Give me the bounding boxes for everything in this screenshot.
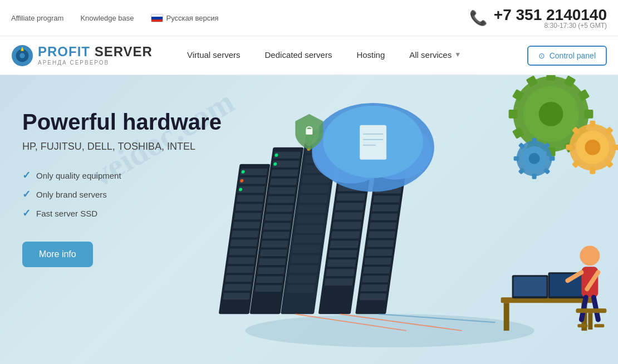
svg-rect-77 bbox=[325, 278, 354, 286]
logo-profit: PROFIT bbox=[38, 44, 90, 59]
check-icon-1: ✓ bbox=[22, 169, 31, 181]
svg-rect-89 bbox=[367, 240, 394, 247]
svg-rect-116 bbox=[550, 274, 586, 296]
svg-point-155 bbox=[529, 153, 540, 164]
affiliate-link[interactable]: Affiliate program bbox=[11, 14, 63, 22]
svg-rect-75 bbox=[327, 259, 356, 267]
hero-title: Powerful hardware bbox=[22, 109, 245, 135]
svg-rect-90 bbox=[366, 249, 393, 255]
control-panel-label: Control panel bbox=[550, 51, 596, 60]
svg-rect-147 bbox=[612, 145, 618, 150]
feature-label-3: Fast server SSD bbox=[36, 209, 97, 218]
svg-rect-71 bbox=[332, 222, 361, 229]
svg-rect-76 bbox=[326, 269, 355, 276]
svg-rect-31 bbox=[266, 205, 293, 212]
svg-rect-17 bbox=[227, 266, 254, 273]
svg-rect-85 bbox=[372, 205, 399, 211]
svg-rect-87 bbox=[370, 222, 397, 229]
virtual-servers-nav[interactable]: Virtual servers bbox=[175, 36, 253, 75]
svg-rect-20 bbox=[223, 293, 250, 299]
svg-rect-88 bbox=[368, 231, 395, 238]
check-icon-3: ✓ bbox=[22, 207, 31, 219]
hero-content: Powerful hardware HP, FUJITSU, DELL, TOS… bbox=[22, 109, 245, 267]
svg-rect-106 bbox=[306, 129, 312, 135]
svg-rect-55 bbox=[292, 245, 321, 253]
logo-server: SERVER bbox=[90, 44, 153, 59]
logo-sub: АРЕНДА СЕРВЕРОВ bbox=[38, 60, 153, 66]
svg-rect-160 bbox=[532, 174, 537, 179]
logo[interactable]: PROFIT SERVER АРЕНДА СЕРВЕРОВ bbox=[11, 45, 153, 67]
svg-point-129 bbox=[539, 102, 563, 126]
feature-label-1: Only quality equipment bbox=[36, 171, 121, 180]
svg-rect-126 bbox=[594, 324, 604, 327]
svg-rect-37 bbox=[259, 258, 286, 265]
svg-rect-29 bbox=[269, 188, 296, 194]
svg-point-144 bbox=[585, 140, 600, 155]
main-nav: Virtual servers Dedicated servers Hostin… bbox=[175, 36, 527, 75]
svg-rect-156 bbox=[532, 138, 537, 144]
hero-subtitle: HP, FUJITSU, DELL, TOSHIBA, INTEL bbox=[22, 141, 245, 153]
top-bar: Affiliate program Knowledge base Русская… bbox=[0, 0, 618, 36]
svg-rect-51 bbox=[298, 205, 327, 213]
svg-rect-35 bbox=[261, 240, 288, 247]
svg-rect-91 bbox=[365, 258, 392, 264]
svg-point-4 bbox=[246, 314, 534, 347]
svg-rect-84 bbox=[373, 196, 400, 203]
svg-rect-19 bbox=[224, 284, 252, 291]
hero-section: veidoc.com Powerful hardware HP, FUJITSU… bbox=[0, 75, 618, 364]
hero-illustration bbox=[184, 75, 618, 364]
chevron-down-icon: ▼ bbox=[454, 51, 461, 58]
feature-label-2: Only brand servers bbox=[36, 190, 107, 199]
svg-rect-56 bbox=[291, 255, 320, 263]
svg-rect-74 bbox=[328, 250, 357, 257]
svg-rect-32 bbox=[265, 214, 292, 221]
knowledge-link[interactable]: Knowledge base bbox=[80, 14, 134, 22]
svg-rect-162 bbox=[514, 156, 519, 161]
svg-rect-36 bbox=[260, 249, 287, 256]
svg-rect-57 bbox=[289, 265, 318, 273]
svg-rect-151 bbox=[566, 145, 572, 150]
all-services-nav[interactable]: All services ▼ bbox=[397, 36, 473, 75]
svg-rect-72 bbox=[331, 231, 360, 238]
svg-rect-111 bbox=[504, 303, 509, 331]
feature-item-3: ✓ Fast server SSD bbox=[22, 207, 245, 219]
svg-rect-124 bbox=[588, 313, 592, 329]
svg-rect-53 bbox=[295, 225, 324, 233]
svg-rect-34 bbox=[262, 232, 290, 238]
dedicated-servers-nav[interactable]: Dedicated servers bbox=[253, 36, 345, 75]
svg-rect-18 bbox=[225, 275, 253, 282]
control-panel-button[interactable]: ⊙ Control panel bbox=[527, 46, 607, 66]
all-services-label: All services bbox=[409, 50, 452, 60]
logo-text: PROFIT SERVER АРЕНДА СЕРВЕРОВ bbox=[38, 45, 153, 66]
svg-rect-145 bbox=[590, 121, 595, 127]
svg-rect-39 bbox=[256, 276, 283, 283]
svg-rect-130 bbox=[547, 75, 556, 81]
logo-name: PROFIT SERVER bbox=[38, 45, 153, 58]
svg-rect-93 bbox=[362, 276, 389, 282]
svg-rect-40 bbox=[255, 285, 282, 292]
svg-rect-38 bbox=[257, 267, 285, 274]
ru-label: Русская версия bbox=[166, 14, 219, 22]
control-panel-icon: ⊙ bbox=[538, 51, 545, 60]
svg-rect-50 bbox=[299, 195, 328, 203]
hero-svg-scene bbox=[184, 75, 618, 364]
svg-rect-28 bbox=[270, 179, 297, 185]
feature-item-1: ✓ Only quality equipment bbox=[22, 169, 245, 181]
svg-rect-27 bbox=[271, 170, 298, 176]
svg-rect-123 bbox=[576, 308, 606, 313]
logo-disc-icon bbox=[11, 45, 33, 67]
svg-rect-69 bbox=[335, 203, 364, 210]
more-info-button[interactable]: More info bbox=[22, 242, 93, 267]
phone-icon: 📞 bbox=[469, 9, 487, 27]
top-bar-left: Affiliate program Knowledge base Русская… bbox=[11, 14, 218, 22]
russia-flag-icon bbox=[151, 14, 163, 22]
svg-point-2 bbox=[19, 53, 25, 58]
nav-bar: PROFIT SERVER АРЕНДА СЕРВЕРОВ Virtual se… bbox=[0, 36, 618, 75]
svg-rect-49 bbox=[301, 185, 330, 193]
hosting-nav[interactable]: Hosting bbox=[344, 36, 397, 75]
svg-rect-92 bbox=[363, 267, 390, 273]
language-switcher[interactable]: Русская версия bbox=[151, 14, 219, 22]
svg-rect-95 bbox=[360, 293, 387, 300]
svg-rect-70 bbox=[334, 213, 363, 220]
svg-rect-33 bbox=[264, 223, 291, 229]
